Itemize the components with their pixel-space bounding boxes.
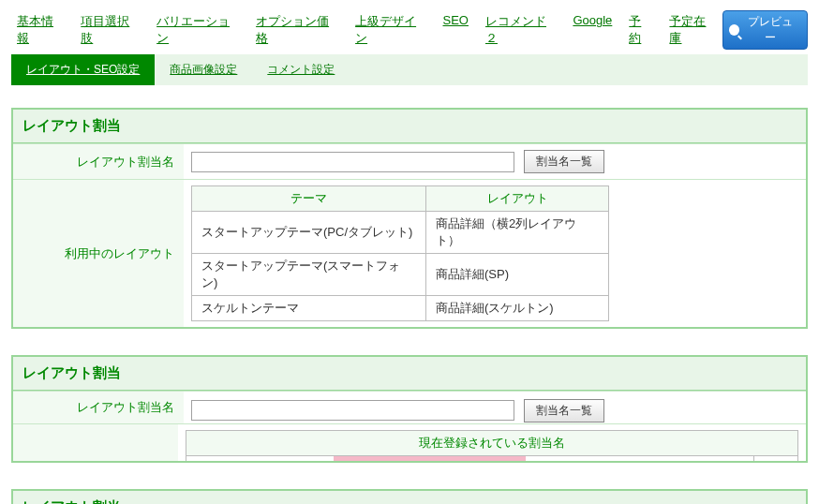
registered-names-head: 現在登録されている割当名 [186,431,797,456]
assign-name-label: レイアウト割当名 [13,392,184,423]
tab-product-image[interactable]: 商品画像設定 [155,54,252,85]
nav-choices[interactable]: 項目選択肢 [81,13,140,47]
registered-item[interactable]: セレクトボックス（1） [186,456,334,463]
assign-name-input[interactable] [191,152,514,172]
assign-name-label: レイアウト割当名 [13,144,184,179]
top-nav: 基本情報 項目選択肢 バリエーション オプション価格 上級デザイン SEO レコ… [11,9,808,51]
nav-planned-stock[interactable]: 予定在庫 [669,13,716,47]
top-nav-links: 基本情報 項目選択肢 バリエーション オプション価格 上級デザイン SEO レコ… [11,9,722,51]
using-layout-label: 利用中のレイアウト [13,424,178,463]
nav-option-price[interactable]: オプション価格 [256,13,338,47]
search-icon [729,24,740,36]
col-layout: レイアウト [426,186,609,212]
registered-names: 現在登録されている割当名 セレクトボックス（1） セレクトボックス&ラジオ（3）… [186,430,798,463]
layout-assign-panel-2: レイアウト割当 レイアウト割当名 割当名一覧 利用中のレイアウト 現在登録されて… [11,355,808,463]
using-layout-table: テーマ レイアウト スタートアップテーマ(PC/タブレット)商品詳細（横2列レイ… [191,185,609,321]
using-layout-label: 利用中のレイアウト [13,180,184,327]
tab-layout-seo[interactable]: レイアウト・SEO設定 [11,54,155,85]
nav-advanced-design[interactable]: 上級デザイン [355,13,425,47]
table-row: スケルトンテーマ商品詳細(スケルトン) [192,296,609,321]
nav-basic[interactable]: 基本情報 [17,13,64,47]
panel-title: レイアウト割当 [13,491,806,504]
nav-variation[interactable]: バリエーション [156,13,239,47]
panel-title: レイアウト割当 [13,110,806,143]
panel-title: レイアウト割当 [13,357,806,391]
col-theme: テーマ [192,186,426,212]
tab-comment[interactable]: コメント設定 [252,54,350,85]
sub-nav: レイアウト・SEO設定 商品画像設定 コメント設定 [11,54,808,85]
nav-google[interactable]: Google [573,13,612,47]
table-row: スタートアップテーマ(スマートフォン)商品詳細(SP) [192,254,609,296]
nav-seo[interactable]: SEO [443,13,469,47]
nav-reservation[interactable]: 予約 [629,13,652,47]
layout-assign-panel-1: レイアウト割当 レイアウト割当名 割当名一覧 利用中のレイアウト テーマ レイア… [11,108,808,329]
registered-item-selected[interactable]: セレクトボックス&ラジオ（3） [334,456,526,463]
layout-assign-panel-3: レイアウト割当 レイアウト割当名 割当名一覧 テーマ レイアウト [11,489,808,504]
registered-item[interactable]: 表組（２） [526,456,605,463]
nav-recommend2[interactable]: レコメンド２ [485,13,556,47]
preview-button[interactable]: プレビュー [722,10,808,50]
registered-tail: ト） [753,456,797,463]
assign-name-list-button[interactable]: 割当名一覧 [524,399,604,422]
table-row: スタートアップテーマ(PC/タブレット)商品詳細（横2列レイアウト） [192,212,609,254]
assign-name-input[interactable] [191,400,514,421]
preview-label: プレビュー [742,14,797,46]
assign-name-list-button[interactable]: 割当名一覧 [524,150,604,173]
